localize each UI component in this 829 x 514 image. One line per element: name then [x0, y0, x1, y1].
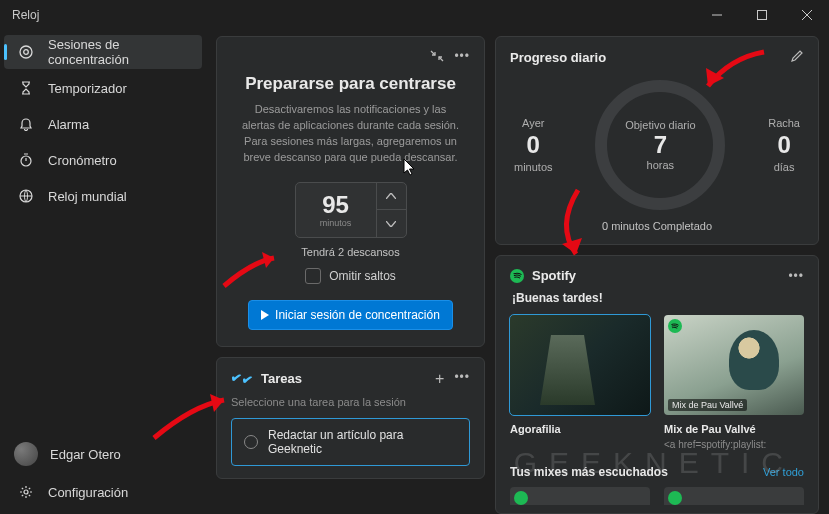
- stat-label: Objetivo diario: [625, 119, 695, 131]
- increment-button[interactable]: [377, 183, 406, 211]
- user-account[interactable]: Edgar Otero: [0, 434, 206, 474]
- svg-point-5: [24, 50, 29, 55]
- minimize-button[interactable]: [694, 0, 739, 30]
- duration-unit: minutos: [320, 218, 352, 228]
- sidebar-item-timer[interactable]: Temporizador: [4, 71, 202, 105]
- playlist-cover: Mix de Pau Vallvé: [664, 315, 804, 415]
- playlist-cover: [510, 315, 650, 415]
- spotify-badge-icon: [668, 491, 682, 505]
- start-focus-button[interactable]: Iniciar sesión de concentración: [248, 300, 453, 330]
- stat-value: 0: [768, 131, 800, 159]
- spotify-greeting: ¡Buenas tardes!: [512, 291, 804, 305]
- duration-value-box: 95 minutos: [296, 183, 376, 237]
- sidebar-item-settings[interactable]: Configuración: [4, 475, 202, 509]
- progress-completed: 0 minutos Completado: [510, 220, 804, 232]
- sidebar-item-world-clock[interactable]: Reloj mundial: [4, 179, 202, 213]
- more-icon[interactable]: •••: [454, 370, 470, 388]
- skip-breaks-label: Omitir saltos: [329, 269, 396, 283]
- close-button[interactable]: [784, 0, 829, 30]
- user-name: Edgar Otero: [50, 447, 121, 462]
- svg-point-8: [24, 490, 28, 494]
- gear-icon: [18, 485, 34, 499]
- stat-unit: minutos: [514, 161, 553, 173]
- title-bar: Reloj: [0, 0, 829, 30]
- tasks-hint: Seleccione una tarea para la sesión: [231, 396, 470, 408]
- spotify-badge-icon: [514, 491, 528, 505]
- stat-label: Racha: [768, 117, 800, 129]
- play-icon: [261, 310, 269, 320]
- mix-thumb[interactable]: [510, 487, 650, 505]
- stat-unit: días: [768, 161, 800, 173]
- task-label: Redactar un artículo para Geeknetic: [268, 428, 457, 456]
- cover-label: Mix de Pau Vallvé: [668, 399, 747, 411]
- stat-streak: Racha 0 días: [768, 117, 800, 173]
- sidebar: Sesiones de concentración Temporizador A…: [0, 30, 206, 514]
- stopwatch-icon: [18, 153, 34, 167]
- watermark: GEEKNETIC: [514, 446, 795, 480]
- sidebar-item-label: Sesiones de concentración: [48, 37, 188, 67]
- focus-subtitle: Desactivaremos las notificaciones y las …: [231, 102, 470, 166]
- task-radio[interactable]: [244, 435, 258, 449]
- sidebar-item-label: Cronómetro: [48, 153, 117, 168]
- decrement-button[interactable]: [377, 210, 406, 237]
- daily-goal-ring: Objetivo diario 7 horas: [595, 80, 725, 210]
- tasks-card: ✔✔ Tareas + ••• Seleccione una tarea par…: [216, 357, 485, 479]
- sidebar-item-label: Reloj mundial: [48, 189, 127, 204]
- target-icon: [18, 44, 34, 60]
- task-item[interactable]: Redactar un artículo para Geeknetic: [231, 418, 470, 466]
- start-focus-label: Iniciar sesión de concentración: [275, 308, 440, 322]
- playlist-name: Mix de Pau Vallvé: [664, 423, 804, 435]
- stat-value: 7: [654, 131, 667, 159]
- sidebar-item-label: Alarma: [48, 117, 89, 132]
- avatar: [14, 442, 38, 466]
- spotify-playlist[interactable]: Agorafilia: [510, 315, 650, 451]
- skip-breaks-checkbox[interactable]: [305, 268, 321, 284]
- stat-unit: horas: [647, 159, 675, 171]
- todo-icon: ✔✔: [230, 369, 255, 388]
- duration-stepper[interactable]: 95 minutos: [295, 182, 407, 238]
- add-task-button[interactable]: +: [435, 370, 444, 388]
- duration-value: 95: [322, 191, 349, 219]
- cursor-icon: [403, 158, 417, 176]
- edit-icon[interactable]: [790, 49, 804, 66]
- progress-card: Progreso diario Ayer 0 minutos Objetiv: [495, 36, 819, 245]
- sidebar-item-label: Configuración: [48, 485, 128, 500]
- globe-icon: [18, 189, 34, 203]
- spotify-playlist[interactable]: Mix de Pau Vallvé Mix de Pau Vallvé <a h…: [664, 315, 804, 451]
- stat-label: Ayer: [514, 117, 553, 129]
- sidebar-item-focus-sessions[interactable]: Sesiones de concentración: [4, 35, 202, 69]
- window-title: Reloj: [12, 8, 39, 22]
- tasks-title: Tareas: [261, 371, 302, 386]
- window-controls: [694, 0, 829, 30]
- svg-rect-1: [757, 11, 766, 20]
- spotify-badge-icon: [668, 319, 682, 333]
- collapse-icon[interactable]: [430, 49, 444, 66]
- focus-heading: Prepararse para centrarse: [231, 74, 470, 94]
- hourglass-icon: [18, 81, 34, 95]
- svg-point-4: [20, 46, 32, 58]
- breaks-info: Tendrá 2 descansos: [231, 246, 470, 258]
- progress-title: Progreso diario: [510, 50, 606, 65]
- mix-thumb[interactable]: [664, 487, 804, 505]
- more-icon[interactable]: •••: [788, 269, 804, 283]
- stat-yesterday: Ayer 0 minutos: [514, 117, 553, 173]
- stat-value: 0: [514, 131, 553, 159]
- playlist-name: Agorafilia: [510, 423, 650, 435]
- maximize-button[interactable]: [739, 0, 784, 30]
- sidebar-item-stopwatch[interactable]: Cronómetro: [4, 143, 202, 177]
- more-icon[interactable]: •••: [454, 49, 470, 66]
- focus-card: ••• Prepararse para centrarse Desactivar…: [216, 36, 485, 347]
- bell-icon: [18, 117, 34, 131]
- sidebar-item-alarm[interactable]: Alarma: [4, 107, 202, 141]
- sidebar-item-label: Temporizador: [48, 81, 127, 96]
- spotify-icon: [510, 269, 524, 283]
- spotify-brand: Spotify: [532, 268, 576, 283]
